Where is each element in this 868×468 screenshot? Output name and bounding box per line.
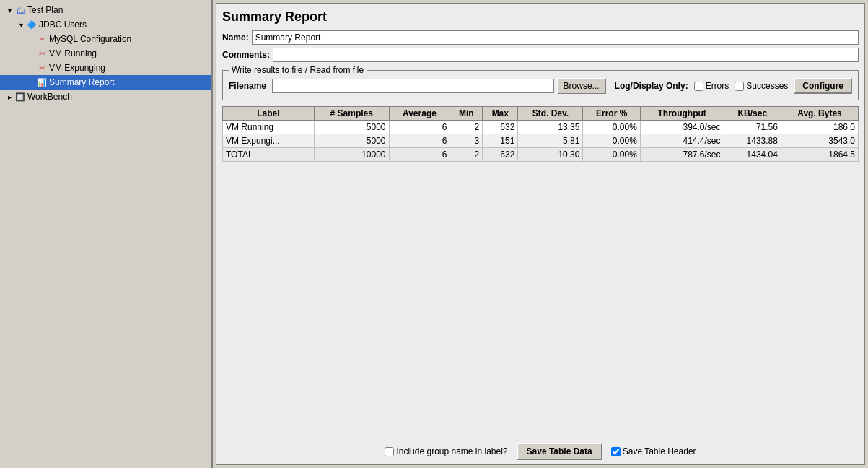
table-cell: 6 [389,148,450,162]
table-cell: TOTAL [223,148,315,162]
sidebar-item-test-plan[interactable]: 🗂 Test Plan [0,3,211,17]
sidebar-item-label: Summary Report [49,77,115,87]
sidebar-item-label: VM Running [49,48,97,58]
table-cell: 394.0/sec [640,121,724,134]
table-cell: 0.00% [583,148,640,162]
table-cell: VM Expungi... [223,134,315,148]
col-std-dev: Std. Dev. [518,107,583,121]
sidebar-item-jdbc-users[interactable]: 🔷 JDBC Users [0,17,211,32]
include-group-text: Include group name in label? [396,446,507,456]
file-group-legend: Write results to file / Read from file [229,65,367,75]
log-display-group: Log/Display Only: Errors Successes Confi… [615,78,852,94]
sidebar-item-vm-expunging[interactable]: ✂ VM Expunging [0,61,211,75]
table-cell: 632 [483,121,518,134]
col-max: Max [483,107,518,121]
table-row: VM Expungi...5000631515.810.00%414.4/sec… [223,134,859,148]
expand-arrow [17,21,25,28]
sidebar-item-vm-running[interactable]: ✂ VM Running [0,46,211,61]
sidebar-item-mysql-config[interactable]: ✂ MySQL Configuration [0,32,211,46]
table-cell: 0.00% [583,121,640,134]
table-cell: 71.56 [724,121,781,134]
table-cell: 2 [450,148,483,162]
table-cell: 5000 [314,121,389,134]
table-cell: 10.30 [518,148,583,162]
table-cell: 632 [483,148,518,162]
table-cell: 10000 [314,148,389,162]
table-cell: 2 [450,121,483,134]
table-cell: 5000 [314,134,389,148]
save-header-label[interactable]: Save Table Header [611,446,696,456]
errors-checkbox-label[interactable]: Errors [694,81,729,91]
table-cell: 1864.5 [781,148,858,162]
expand-arrow [6,93,13,100]
col-error-pct: Error % [583,107,640,121]
configure-button[interactable]: Configure [794,78,852,94]
col-kb-sec: KB/sec [724,107,781,121]
jdbc-icon: 🔷 [26,19,38,30]
sidebar-item-label: JDBC Users [39,20,87,30]
save-header-text: Save Table Header [623,446,696,456]
include-group-label[interactable]: Include group name in label? [385,446,507,456]
browse-button[interactable]: Browse... [557,78,606,94]
sidebar-item-label: MySQL Configuration [49,34,131,44]
vm-running-icon: ✂ [36,48,48,59]
name-label: Name: [222,32,249,43]
save-table-button[interactable]: Save Table Data [517,443,602,460]
panel-footer: Include group name in label? Save Table … [216,438,864,464]
file-group: Write results to file / Read from file F… [222,65,859,100]
col-average: Average [389,107,450,121]
comments-input[interactable] [273,48,859,62]
save-header-checkbox[interactable] [611,447,621,456]
table-cell: 151 [483,134,518,148]
workbench-icon: 🔲 [14,91,26,103]
col-samples: # Samples [314,107,389,121]
table-cell: VM Running [223,121,315,134]
comments-label: Comments: [222,50,270,60]
include-group-checkbox[interactable] [385,447,394,456]
summary-table: Label # Samples Average Min Max Std. Dev… [222,106,859,162]
sidebar-item-summary-report[interactable]: 📊 Summary Report [0,75,211,90]
table-cell: 0.00% [583,134,640,148]
expand-arrow [6,6,13,14]
sidebar: 🗂 Test Plan 🔷 JDBC Users ✂ MySQL Configu… [0,0,213,468]
name-input[interactable] [252,30,859,45]
file-row: Filename Browse... Log/Display Only: Err… [229,78,852,94]
table-cell: 5.81 [518,134,583,148]
successes-checkbox-label[interactable]: Successes [735,81,788,91]
table-cell: 186.0 [781,121,858,134]
table-cell: 787.6/sec [640,148,724,162]
mysql-icon: ✂ [36,33,48,45]
testplan-icon: 🗂 [14,4,26,16]
table-row: TOTAL100006263210.300.00%787.6/sec1434.0… [223,148,859,162]
summary-icon: 📊 [36,77,48,88]
col-min: Min [450,107,483,121]
col-throughput: Throughput [640,107,724,121]
table-cell: 414.4/sec [640,134,724,148]
log-display-label: Log/Display Only: [615,81,688,91]
main-content: Summary Report Name: Comments: Write res… [213,0,868,468]
filename-input[interactable] [272,79,554,93]
col-label: Label [223,107,315,121]
table-row: VM Running50006263213.350.00%394.0/sec71… [223,121,859,134]
sidebar-item-label: VM Expunging [49,63,105,73]
comments-row: Comments: [222,48,859,62]
table-cell: 13.35 [518,121,583,134]
table-cell: 6 [389,134,450,148]
col-avg-bytes: Avg. Bytes [781,107,858,121]
summary-report-panel: Summary Report Name: Comments: Write res… [216,3,865,465]
table-cell: 3 [450,134,483,148]
successes-label: Successes [746,81,788,91]
name-row: Name: [222,30,859,45]
successes-checkbox[interactable] [735,82,744,91]
sidebar-item-label: Test Plan [27,5,63,15]
errors-label: Errors [706,81,729,91]
sidebar-item-workbench[interactable]: 🔲 WorkBench [0,90,211,104]
table-cell: 3543.0 [781,134,858,148]
errors-checkbox[interactable] [694,82,703,91]
page-title: Summary Report [222,9,859,25]
table-cell: 1434.04 [724,148,781,162]
sidebar-item-label: WorkBench [27,92,72,102]
vm-expunging-icon: ✂ [36,62,48,74]
table-cell: 1433.88 [724,134,781,148]
table-cell: 6 [389,121,450,134]
